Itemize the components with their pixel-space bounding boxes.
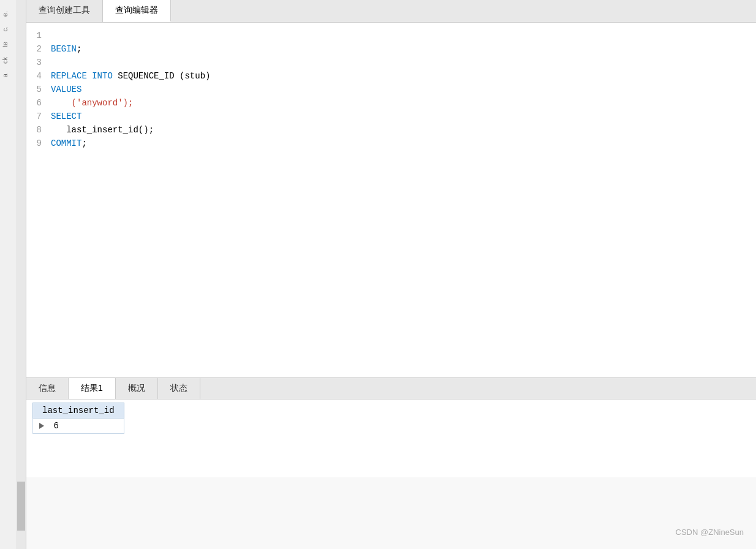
- cell-value: 6: [33, 418, 124, 434]
- col-header-last-insert-id: last_insert_id: [33, 403, 124, 418]
- kw-replace-into: REPLACE INTO: [51, 71, 113, 81]
- table-row: 6: [33, 418, 124, 434]
- code-line-5: 5 VALUES: [26, 83, 756, 96]
- results-empty-area: [26, 477, 756, 549]
- results-table: last_insert_id 6: [32, 403, 124, 434]
- line-number-1: 1: [26, 29, 51, 42]
- results-content: last_insert_id 6: [26, 399, 756, 477]
- line-number-5: 5: [26, 83, 51, 96]
- line-content-6: ('anyword');: [51, 96, 756, 110]
- line-content-9: COMMIT;: [51, 137, 756, 150]
- code-line-8: 8 last_insert_id();: [26, 123, 756, 137]
- results-tab-bar: 信息 结果1 概况 状态: [26, 378, 756, 399]
- sidebar-label-4[interactable]: ck: [0, 52, 17, 69]
- line-content-4: REPLACE INTO SEQUENCE_ID (stub): [51, 69, 756, 83]
- kw-select: SELECT: [51, 112, 81, 121]
- code-line-2: 2 BEGIN;: [26, 42, 756, 56]
- code-line-3: 3: [26, 56, 756, 69]
- line-content-5: VALUES: [51, 83, 756, 96]
- cell-text: 6: [53, 421, 58, 431]
- left-sidebar: e. c. te ck a: [0, 0, 17, 549]
- left-scrollbar[interactable]: [17, 0, 26, 549]
- line-number-4: 4: [26, 69, 51, 83]
- sidebar-label-2[interactable]: c.: [0, 21, 17, 37]
- code-line-4: 4 REPLACE INTO SEQUENCE_ID (stub): [26, 69, 756, 83]
- line-number-6: 6: [26, 96, 51, 110]
- code-line-9: 9 COMMIT;: [26, 137, 756, 150]
- watermark: CSDN @ZNineSun: [676, 528, 744, 537]
- line-number-2: 2: [26, 42, 51, 56]
- str-anyword: ('anyword');: [51, 98, 133, 108]
- line-number-3: 3: [26, 56, 51, 69]
- tab-query-builder[interactable]: 查询创建工具: [26, 0, 103, 22]
- main-content: 查询创建工具 查询编辑器 1 2 BEGIN; 3 4 REPLACE INTO…: [26, 0, 756, 549]
- left-scrollbar-thumb[interactable]: [17, 482, 25, 531]
- kw-commit: COMMIT: [51, 138, 81, 148]
- line-content-7: SELECT: [51, 110, 756, 123]
- sidebar-label-3[interactable]: te: [0, 37, 17, 52]
- line-number-7: 7: [26, 110, 51, 123]
- line-content-2: BEGIN;: [51, 42, 756, 56]
- code-line-7: 7 SELECT: [26, 110, 756, 123]
- tab-status[interactable]: 状态: [158, 378, 200, 399]
- row-indicator-icon: [39, 423, 45, 429]
- sidebar-label-5[interactable]: a: [0, 69, 17, 82]
- tab-query-editor[interactable]: 查询编辑器: [103, 0, 171, 22]
- editor-area[interactable]: 1 2 BEGIN; 3 4 REPLACE INTO SEQUENCE_ID …: [26, 23, 756, 377]
- line-content-8: last_insert_id();: [51, 123, 756, 137]
- tab-result1[interactable]: 结果1: [69, 378, 116, 399]
- line-number-8: 8: [26, 123, 51, 137]
- results-panel: 信息 结果1 概况 状态 last_insert_id 6: [26, 377, 756, 549]
- code-line-1: 1: [26, 29, 756, 42]
- sidebar-label-1[interactable]: e.: [0, 6, 17, 21]
- kw-begin: BEGIN: [51, 44, 77, 54]
- tab-info[interactable]: 信息: [26, 378, 69, 399]
- top-tab-bar: 查询创建工具 查询编辑器: [26, 0, 756, 23]
- kw-values: VALUES: [51, 85, 81, 94]
- tab-overview[interactable]: 概况: [116, 378, 158, 399]
- line-number-9: 9: [26, 137, 51, 150]
- code-line-6: 6 ('anyword');: [26, 96, 756, 110]
